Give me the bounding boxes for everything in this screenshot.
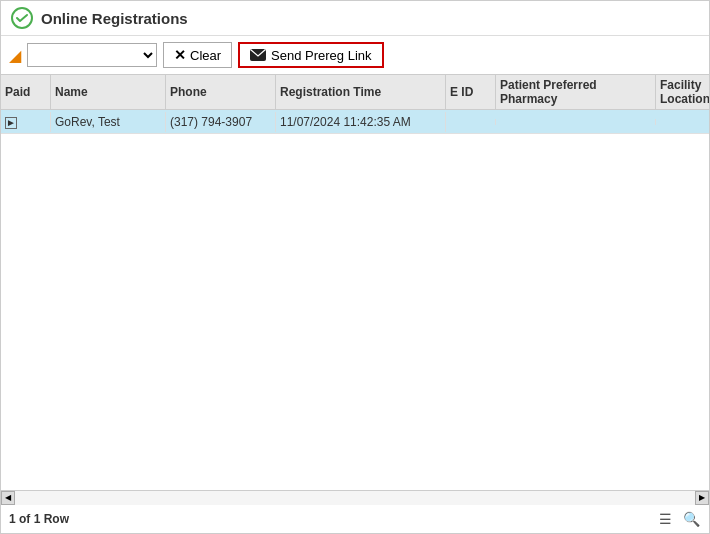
scroll-left-button[interactable]: ◀ xyxy=(1,491,15,505)
table-header: Paid Name Phone Registration Time E ID P… xyxy=(1,75,709,110)
main-window: Online Registrations ◢ ✕ Clear Send Prer… xyxy=(0,0,710,534)
toolbar: ◢ ✕ Clear Send Prereg Link xyxy=(1,36,709,75)
row-count-label: 1 of 1 Row xyxy=(9,512,69,526)
app-icon xyxy=(11,7,33,29)
send-label: Send Prereg Link xyxy=(271,48,371,63)
row-expander[interactable]: ► xyxy=(5,117,17,129)
title-bar: Online Registrations xyxy=(1,1,709,36)
col-header-regtime: Registration Time xyxy=(276,75,446,109)
filter-icon[interactable]: ◢ xyxy=(9,46,21,65)
cell-facility xyxy=(656,119,709,125)
cell-name: GoRev, Test xyxy=(51,112,166,132)
menu-icon[interactable]: ☰ xyxy=(655,509,675,529)
col-header-pharmacy: Patient Preferred Pharmacy xyxy=(496,75,656,109)
scroll-right-button[interactable]: ▶ xyxy=(695,491,709,505)
cell-paid: ► xyxy=(1,112,51,132)
send-prereg-button[interactable]: Send Prereg Link xyxy=(238,42,383,68)
table-row[interactable]: ► GoRev, Test (317) 794-3907 11/07/2024 … xyxy=(1,110,709,134)
scrollbar-area: ◀ ▶ xyxy=(1,490,709,504)
col-header-name: Name xyxy=(51,75,166,109)
cell-phone: (317) 794-3907 xyxy=(166,112,276,132)
col-header-facility: Facility Location xyxy=(656,75,709,109)
col-header-eid: E ID xyxy=(446,75,496,109)
status-icons: ☰ 🔍 xyxy=(655,509,701,529)
scroll-track[interactable] xyxy=(15,491,695,505)
clear-label: Clear xyxy=(190,48,221,63)
status-bar: 1 of 1 Row ☰ 🔍 xyxy=(1,504,709,533)
cell-regtime: 11/07/2024 11:42:35 AM xyxy=(276,112,446,132)
cell-eid xyxy=(446,119,496,125)
search-icon[interactable]: 🔍 xyxy=(681,509,701,529)
clear-button[interactable]: ✕ Clear xyxy=(163,42,232,68)
email-icon xyxy=(250,49,266,61)
table-container: Paid Name Phone Registration Time E ID P… xyxy=(1,75,709,490)
col-header-phone: Phone xyxy=(166,75,276,109)
filter-dropdown[interactable] xyxy=(27,43,157,67)
cell-pharmacy xyxy=(496,119,656,125)
page-title: Online Registrations xyxy=(41,10,188,27)
x-icon: ✕ xyxy=(174,47,186,63)
table-body: ► GoRev, Test (317) 794-3907 11/07/2024 … xyxy=(1,110,709,490)
col-header-paid: Paid xyxy=(1,75,51,109)
